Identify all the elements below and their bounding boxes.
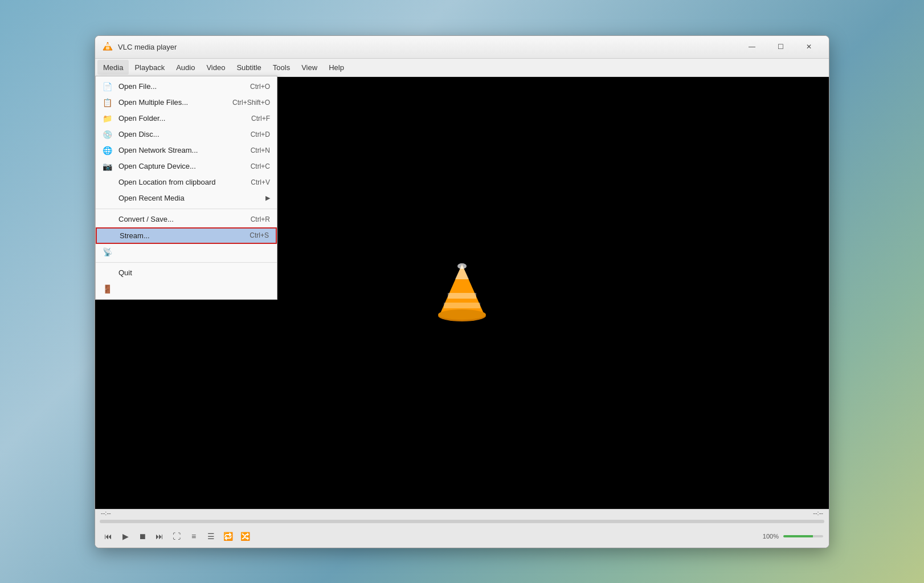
next-button[interactable]: ⏭ [152,529,167,544]
random-button[interactable]: 🔀 [238,529,252,544]
stop-button[interactable]: ⏹ [135,529,150,544]
close-button[interactable]: ✕ [796,39,822,55]
menu-convert-save[interactable]: Stream... Ctrl+S [96,227,277,244]
menu-quit-end[interactable]: Quit [96,265,277,281]
prev-button[interactable]: ⏮ [101,529,116,544]
playlist-button[interactable]: ☰ [203,529,218,544]
menu-help[interactable]: Help [323,60,350,75]
menu-bar: Media Playback Audio Video Subtitle Tool… [95,59,829,77]
separator-1 [96,209,277,209]
svg-rect-8 [444,303,480,308]
progress-bar[interactable] [100,520,824,523]
menu-open-network[interactable]: 🌐 Open Network Stream... Ctrl+N [96,142,277,158]
menu-video[interactable]: Video [201,60,231,75]
vlc-window: VLC media player — ☐ ✕ Media Playback Au… [95,35,829,548]
svg-point-10 [438,309,486,320]
window-controls: — ☐ ✕ [739,39,822,55]
svg-rect-2 [105,45,110,46]
time-labels: --:-- --:-- [95,509,829,516]
media-dropdown: 📄 Open File... Ctrl+O 📋 Open Multiple Fi… [95,76,277,300]
vlc-cone-logo [436,262,488,324]
menu-open-capture[interactable]: 📷 Open Capture Device... Ctrl+C [96,158,277,174]
menu-subtitle[interactable]: Subtitle [231,60,267,75]
title-bar: VLC media player — ☐ ✕ [95,36,829,59]
menu-media[interactable]: Media [97,60,129,75]
open-multiple-icon: 📋 [101,97,113,108]
menu-open-location[interactable]: Open Location from clipboard Ctrl+V [96,174,277,190]
menu-quit[interactable]: 🚪 [96,281,277,297]
time-elapsed: --:-- [101,509,111,516]
maximize-button[interactable]: ☐ [767,39,794,55]
vlc-logo-icon [102,41,113,52]
open-folder-icon: 📁 [101,113,113,124]
volume-label: 100% [763,533,779,540]
time-remaining: --:-- [813,509,823,516]
open-file-icon: 📄 [101,81,113,92]
svg-rect-3 [105,44,111,45]
menu-stream[interactable]: 📡 [96,244,277,260]
fullscreen-button[interactable]: ⛶ [169,529,184,544]
minimize-button[interactable]: — [739,39,765,55]
svg-rect-1 [106,47,109,50]
open-network-icon: 🌐 [101,145,113,156]
menu-open-recent[interactable]: Open Recent Media ▶ [96,190,277,206]
play-button[interactable]: ▶ [118,529,133,544]
stream-icon: 📡 [101,246,113,258]
svg-rect-7 [448,293,476,299]
bottom-controls: --:-- --:-- ⏮ ▶ ⏹ ⏭ ⛶ ≡ ☰ 🔁 🔀 100% [95,509,829,548]
loop-button[interactable]: 🔁 [220,529,235,544]
controls-row: ⏮ ▶ ⏹ ⏭ ⛶ ≡ ☰ 🔁 🔀 100% [95,525,829,548]
menu-audio[interactable]: Audio [170,60,201,75]
quit-icon: 🚪 [101,283,113,295]
menu-view[interactable]: View [296,60,323,75]
menu-tools[interactable]: Tools [267,60,296,75]
menu-open-folder[interactable]: 📁 Open Folder... Ctrl+F [96,111,277,127]
extended-settings-button[interactable]: ≡ [186,529,201,544]
menu-open-multiple[interactable]: 📋 Open Multiple Files... Ctrl+Shift+O [96,95,277,111]
open-disc-icon: 💿 [101,129,113,140]
menu-save-playlist[interactable]: Convert / Save... Ctrl+R [96,211,277,227]
volume-slider[interactable] [783,535,823,537]
separator-2 [96,262,277,263]
svg-point-11 [457,263,467,269]
window-title: VLC media player [118,43,734,51]
menu-open-file[interactable]: 📄 Open File... Ctrl+O [96,79,277,95]
menu-playback[interactable]: Playback [129,60,170,75]
open-capture-icon: 📷 [101,161,113,172]
menu-open-disc[interactable]: 💿 Open Disc... Ctrl+D [96,127,277,142]
